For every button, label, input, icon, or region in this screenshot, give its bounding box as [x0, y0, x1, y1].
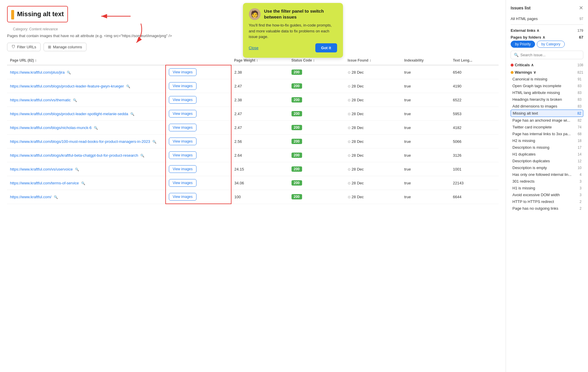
issue-item[interactable]: Has only one followed internal lin... 4	[511, 171, 583, 178]
issue-item[interactable]: Avoid excessive DOM width 3	[511, 191, 583, 198]
search-url-icon[interactable]: 🔍	[152, 140, 156, 143]
tab-by-priority[interactable]: by Priority	[511, 41, 535, 48]
url-cell: https://www.kraftful.com/vs/uservoice 🔍	[7, 162, 166, 176]
status-badge: 200	[291, 125, 302, 130]
issue-item[interactable]: HTTP to HTTPS redirect 2	[511, 198, 583, 205]
all-html-count: 97	[579, 17, 583, 21]
filter-urls-button[interactable]: ⛉ Filter URLs	[7, 43, 41, 51]
url-link[interactable]: https://www.kraftful.com/blogs/kraftful-…	[10, 153, 138, 158]
issue-label: Open Graph tags incomplete	[512, 84, 561, 88]
text-length-cell: 6522	[450, 93, 499, 107]
indexable-cell: true	[401, 93, 450, 107]
url-link[interactable]: https://www.kraftful.com/blogs/nicholas-…	[10, 125, 91, 130]
url-link[interactable]: https://www.kraftful.com/vs/uservoice	[10, 167, 73, 171]
search-url-icon[interactable]: 🔍	[54, 195, 58, 199]
url-link[interactable]: https://www.kraftful.com/vs/thematic	[10, 98, 71, 102]
status-cell: 200	[289, 162, 345, 176]
sidebar-header: Issues list ✕	[511, 5, 583, 11]
clock-icon: ⊙	[348, 112, 351, 116]
view-images-button[interactable]: View images	[169, 193, 196, 201]
weight-cell: 34.06	[231, 176, 289, 190]
search-url-icon[interactable]: 🔍	[73, 98, 77, 102]
search-url-icon[interactable]: 🔍	[94, 126, 98, 130]
view-images-button[interactable]: View images	[169, 165, 196, 173]
view-images-button[interactable]: View images	[169, 96, 196, 104]
status-badge: 200	[291, 194, 302, 199]
issue-item[interactable]: Twitter card incomplete 74	[511, 124, 583, 130]
indexable-cell: true	[401, 176, 450, 190]
issue-count: 68	[578, 132, 582, 136]
external-links-count: 179	[577, 29, 583, 33]
view-images-button[interactable]: View images	[169, 138, 196, 145]
issue-count: 14	[578, 152, 582, 156]
url-link[interactable]: https://www.kraftful.com/terms-of-servic…	[10, 181, 79, 185]
url-link[interactable]: https://www.kraftful.com/plus/jira	[10, 70, 65, 75]
criticals-dot	[511, 64, 514, 67]
table-row: https://www.kraftful.com/blogs/product-l…	[7, 107, 499, 121]
tooltip-header: 🧑 Use the filter panel to switch between…	[249, 8, 337, 20]
view-images-button[interactable]: View images	[169, 179, 196, 187]
search-url-icon[interactable]: 🔍	[81, 181, 85, 185]
url-link[interactable]: https://www.kraftful.com/	[10, 195, 51, 199]
issue-item[interactable]: 301 redirects 3	[511, 178, 583, 185]
weight-cell: 24.15	[231, 162, 289, 176]
issue-label: Has only one followed internal lin...	[512, 172, 572, 177]
issue-count: 83	[578, 97, 582, 102]
search-url-icon[interactable]: 🔍	[75, 168, 79, 171]
issue-item[interactable]: Page has an anchored image wi... 82	[511, 117, 583, 124]
issue-item[interactable]: Description duplicates 12	[511, 158, 583, 164]
status-badge: 200	[291, 97, 302, 102]
search-url-icon[interactable]: 🔍	[130, 112, 134, 116]
view-images-cell: View images	[166, 148, 231, 162]
issue-item[interactable]: Page has internal links to 3xx pa... 68	[511, 130, 583, 137]
text-length-cell: 6540	[450, 65, 499, 79]
manage-columns-button[interactable]: ⊞ Manage columns	[44, 43, 86, 51]
view-images-button[interactable]: View images	[169, 82, 196, 90]
issue-item[interactable]: Description is empty 10	[511, 164, 583, 171]
view-images-button[interactable]: View images	[169, 68, 196, 76]
url-link[interactable]: https://www.kraftful.com/blogs/100-must-…	[10, 139, 150, 144]
issue-item[interactable]: Headings hierarchy is broken 83	[511, 96, 583, 103]
date-cell: ⊙ 28 Dec	[345, 162, 402, 176]
search-url-icon[interactable]: 🔍	[126, 85, 130, 88]
view-images-button[interactable]: View images	[169, 110, 196, 118]
issue-item[interactable]: H2 is missing 18	[511, 137, 583, 144]
got-it-button[interactable]: Got it	[315, 43, 337, 52]
view-images-button[interactable]: View images	[169, 151, 196, 159]
status-cell: 200	[289, 135, 345, 148]
clock-icon: ⊙	[348, 181, 351, 185]
issue-label: H1 duplicates	[512, 152, 536, 156]
col-url: Page URL (82) ↕	[7, 56, 166, 65]
search-box: 🔍	[511, 51, 583, 59]
issue-item[interactable]: Canonical is missing 91	[511, 76, 583, 82]
status-badge: 200	[291, 153, 302, 158]
view-images-button[interactable]: View images	[169, 124, 196, 131]
search-url-icon[interactable]: 🔍	[140, 154, 144, 157]
close-sidebar-button[interactable]: ✕	[579, 5, 583, 11]
issue-item[interactable]: H1 is missing 3	[511, 185, 583, 191]
view-images-cell: View images	[166, 93, 231, 107]
issue-item[interactable]: Open Graph tags incomplete 83	[511, 82, 583, 89]
col-text-length: Text Leng...	[450, 56, 499, 65]
issue-count: 83	[578, 84, 582, 88]
status-cell: 200	[289, 65, 345, 79]
issue-item[interactable]: HTML lang attribute missing 83	[511, 89, 583, 96]
search-input[interactable]	[520, 53, 580, 57]
status-badge: 200	[291, 166, 302, 172]
url-cell: https://www.kraftful.com/vs/thematic 🔍	[7, 93, 166, 107]
issue-item[interactable]: H1 duplicates 14	[511, 151, 583, 158]
url-link[interactable]: https://www.kraftful.com/blogs/product-l…	[10, 112, 128, 116]
issue-item[interactable]: Description is missing 17	[511, 144, 583, 151]
search-url-icon[interactable]: 🔍	[67, 71, 71, 74]
issue-count: 4	[579, 173, 582, 177]
url-link[interactable]: https://www.kraftful.com/blogs/product-l…	[10, 84, 124, 88]
issue-item[interactable]: Page has no outgoing links 2	[511, 205, 583, 212]
external-links-caret: ∧	[537, 28, 539, 33]
text-length-cell: 6644	[450, 190, 499, 204]
url-cell: https://www.kraftful.com/terms-of-servic…	[7, 176, 166, 190]
tooltip-close-link[interactable]: Close	[249, 46, 259, 50]
tab-by-category[interactable]: by Category	[537, 41, 565, 48]
issue-item[interactable]: Add dimensions to images 83	[511, 103, 583, 110]
issue-item[interactable]: Missing alt text 82	[511, 110, 583, 117]
url-cell: https://www.kraftful.com/blogs/product-l…	[7, 107, 166, 121]
